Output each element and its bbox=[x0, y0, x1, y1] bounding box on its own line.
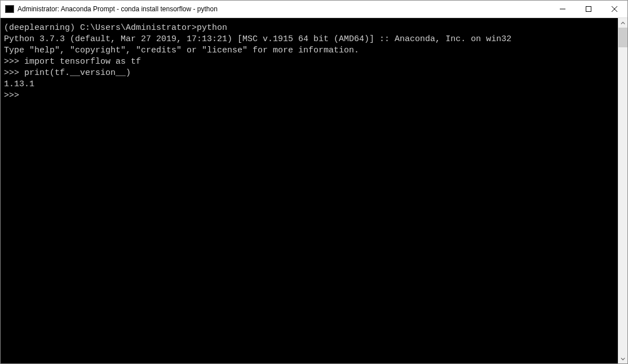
maximize-button[interactable] bbox=[576, 1, 602, 17]
scroll-up-button[interactable] bbox=[618, 18, 627, 28]
scroll-track[interactable] bbox=[618, 28, 627, 354]
titlebar[interactable]: Administrator: Anaconda Prompt - conda i… bbox=[1, 1, 627, 18]
terminal-line: >>> bbox=[4, 90, 614, 101]
vertical-scrollbar[interactable] bbox=[618, 18, 627, 363]
terminal-line: Python 3.7.3 (default, Mar 27 2019, 17:1… bbox=[4, 34, 614, 45]
terminal-output[interactable]: (deeplearning) C:\Users\Administrator>py… bbox=[1, 18, 618, 363]
terminal-line: (deeplearning) C:\Users\Administrator>py… bbox=[4, 23, 614, 34]
terminal-line: >>> print(tf.__version__) bbox=[4, 68, 614, 79]
minimize-button[interactable] bbox=[550, 1, 576, 17]
window: Administrator: Anaconda Prompt - conda i… bbox=[0, 0, 628, 364]
window-controls bbox=[550, 1, 627, 17]
terminal-line: >>> import tensorflow as tf bbox=[4, 56, 614, 68]
window-title: Administrator: Anaconda Prompt - conda i… bbox=[17, 5, 550, 13]
minimize-icon bbox=[560, 6, 565, 12]
chevron-up-icon bbox=[621, 21, 625, 25]
svg-rect-1 bbox=[586, 7, 591, 12]
scroll-down-button[interactable] bbox=[618, 354, 627, 363]
chevron-down-icon bbox=[621, 357, 625, 361]
terminal-line: 1.13.1 bbox=[4, 79, 614, 90]
close-icon bbox=[612, 6, 617, 12]
terminal-line: Type "help", "copyright", "credits" or "… bbox=[4, 45, 614, 56]
maximize-icon bbox=[586, 6, 591, 12]
app-icon bbox=[5, 5, 14, 13]
scroll-thumb[interactable] bbox=[618, 28, 627, 47]
close-button[interactable] bbox=[602, 1, 627, 17]
client-area: (deeplearning) C:\Users\Administrator>py… bbox=[1, 18, 627, 363]
